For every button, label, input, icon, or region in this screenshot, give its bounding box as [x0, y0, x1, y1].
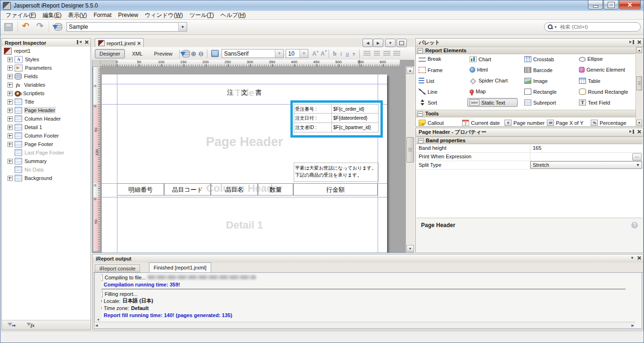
- menu-item-preview[interactable]: Preview: [115, 11, 142, 19]
- zoom-in-icon[interactable]: ⊕: [191, 50, 197, 57]
- palette-section-tools[interactable]: Tools: [416, 110, 636, 117]
- close-button[interactable]: [619, 0, 641, 9]
- align-left-icon[interactable]: [363, 51, 371, 56]
- tree-item-variables[interactable]: Variables: [2, 81, 91, 89]
- palette-item-sort[interactable]: Sort: [419, 99, 437, 106]
- palette-item-page-number[interactable]: #Page number: [504, 120, 545, 126]
- document-tab[interactable]: report1.jrxml: [95, 38, 144, 48]
- column-cell-[interactable]: 明細番号: [117, 183, 164, 196]
- palette-item-frame[interactable]: Frame: [419, 67, 443, 73]
- italic-icon[interactable]: i: [340, 50, 342, 57]
- selected-element-frame[interactable]: 受注番号 :$F{c_order_id}注文日付 :$F{dateordered…: [290, 100, 383, 138]
- filter-variables-icon[interactable]: fx: [26, 322, 37, 328]
- menu-item-format[interactable]: Format: [91, 11, 115, 19]
- bold-icon[interactable]: b: [333, 50, 337, 57]
- scroll-up-icon[interactable]: ▲: [636, 47, 642, 53]
- tab-designer[interactable]: Designer: [95, 49, 125, 58]
- zoom-out-icon[interactable]: ⊖: [198, 50, 204, 57]
- palette-item-callout[interactable]: Callout: [419, 120, 444, 126]
- report-query-icon[interactable]: [182, 50, 190, 57]
- scroll-down-icon[interactable]: ▼: [636, 120, 642, 126]
- tree-item-last-page-footer[interactable]: Last Page Footer: [2, 148, 91, 157]
- undo-button[interactable]: ↶: [22, 21, 29, 31]
- tree-item-column-header[interactable]: Column Header: [2, 114, 91, 123]
- chevron-down-icon[interactable]: ▼: [630, 256, 634, 260]
- palette-item-ellipse[interactable]: Ellipse: [579, 56, 603, 62]
- tree-item-title[interactable]: Title: [2, 98, 91, 106]
- menu-item-help[interactable]: ヘルプ(H): [217, 11, 249, 20]
- maximize-editor-button[interactable]: [396, 39, 407, 47]
- menu-item-window[interactable]: ウィンドウ(W): [141, 11, 186, 20]
- redo-button[interactable]: ↷: [36, 21, 43, 31]
- save-all-button[interactable]: [4, 23, 13, 31]
- collapse-icon[interactable]: [418, 111, 423, 116]
- menu-item-edit[interactable]: 編集(E): [39, 11, 65, 20]
- menu-item-file[interactable]: ファイル(F): [2, 11, 39, 20]
- palette-item-page-x-of-y[interactable]: ##Page X of Y: [547, 120, 584, 126]
- scroll-down-icon[interactable]: ▼: [97, 318, 100, 321]
- expand-icon[interactable]: [8, 159, 13, 164]
- scroll-left-icon[interactable]: ◀: [95, 324, 98, 327]
- palette-item-rectangle[interactable]: Rectangle: [524, 89, 557, 95]
- palette-item-current-date[interactable]: 7Current date: [462, 120, 500, 126]
- expand-icon[interactable]: [8, 74, 13, 79]
- align-right-icon[interactable]: [383, 51, 390, 56]
- order-info-row[interactable]: 受注番号 :$F{c_order_id}: [294, 104, 379, 114]
- canvas-viewport[interactable]: Title Page Header Column Header Detail 1…: [100, 66, 406, 253]
- order-info-table[interactable]: 受注番号 :$F{c_order_id}注文日付 :$F{dateordered…: [294, 104, 379, 132]
- report-page[interactable]: Title Page Header Column Header Detail 1…: [102, 74, 387, 253]
- palette-header[interactable]: パレット: [416, 39, 643, 47]
- palette-item-generic-element[interactable]: Generic Element: [579, 67, 625, 73]
- palette-item-subreport[interactable]: Subreport: [524, 99, 556, 106]
- expand-icon[interactable]: [8, 116, 13, 122]
- property-value[interactable]: 165: [530, 144, 643, 152]
- tree-item-summary[interactable]: Summary: [2, 157, 91, 165]
- tab-list-dropdown-button[interactable]: ▼: [385, 39, 396, 47]
- palette-item-round-rectangle[interactable]: Round Rectangle: [579, 89, 628, 95]
- dock-icon[interactable]: [629, 130, 634, 134]
- column-cell-[interactable]: 品目コード: [164, 183, 211, 196]
- palette-item-barcode[interactable]: Barcode: [524, 67, 553, 73]
- close-panel-icon[interactable]: [637, 256, 641, 260]
- tree-item-page-header[interactable]: Page Header: [2, 106, 91, 114]
- palette-item-chart[interactable]: Chart: [470, 56, 491, 62]
- palette-item-break[interactable]: Break: [419, 56, 441, 62]
- expression-editor-button[interactable]: ...: [632, 153, 642, 161]
- filter-parameters-icon[interactable]: ⇒: [8, 322, 18, 328]
- palette-item-static-text[interactable]: labelStatic Text: [467, 98, 518, 107]
- close-panel-icon[interactable]: [637, 40, 641, 44]
- dock-icon[interactable]: [77, 40, 82, 44]
- font-family-combo[interactable]: SansSerif ▼: [222, 49, 284, 58]
- report-options-icon[interactable]: [211, 50, 219, 57]
- font-size-combo[interactable]: 10 ▼: [286, 49, 308, 58]
- tree-item-report1[interactable]: report1: [2, 47, 91, 55]
- decrease-font-icon[interactable]: A▼: [321, 50, 325, 57]
- collapse-icon[interactable]: [418, 138, 423, 143]
- palette-item-percentage[interactable]: %Percentage: [591, 120, 626, 126]
- column-cell-[interactable]: 品目名: [211, 183, 258, 196]
- align-center-icon[interactable]: [373, 51, 380, 56]
- order-info-row[interactable]: 注文日付 :$F{dateordered}: [294, 114, 379, 123]
- underline-icon[interactable]: u: [346, 50, 349, 57]
- tree-item-scriptlets[interactable]: Scriptlets: [2, 89, 91, 98]
- expand-icon[interactable]: [8, 108, 13, 113]
- increase-font-icon[interactable]: A▲: [312, 50, 316, 57]
- palette-item-line[interactable]: Line: [419, 89, 438, 95]
- scrollbar-thumb[interactable]: [406, 137, 414, 163]
- close-tab-icon[interactable]: [137, 41, 140, 45]
- palette-section-report-elements[interactable]: Report Elements: [416, 47, 636, 54]
- strikethrough-icon[interactable]: s: [353, 50, 355, 57]
- expand-icon[interactable]: [8, 57, 13, 62]
- output-vertical-scrollbar[interactable]: ▼: [94, 273, 101, 322]
- canvas-vertical-scrollbar[interactable]: ▲ ▼: [405, 66, 414, 253]
- properties-header[interactable]: Page Header - プロパティー: [416, 128, 643, 137]
- scroll-down-icon[interactable]: ▼: [406, 245, 414, 252]
- menu-item-view[interactable]: 表示(V): [65, 11, 90, 20]
- greeting-static-text[interactable]: 平素は大変お世話になっております。下記の商品の受注を承ります。: [294, 163, 379, 182]
- tree-item-parameters[interactable]: Parameters: [2, 64, 91, 72]
- palette-item-text-field[interactable]: TText Field: [579, 99, 610, 106]
- palette-item-image[interactable]: Image: [524, 78, 548, 84]
- expand-icon[interactable]: [8, 82, 13, 88]
- menu-item-tools[interactable]: ツール(T): [186, 11, 217, 20]
- scroll-tabs-right-button[interactable]: ▶: [373, 39, 383, 47]
